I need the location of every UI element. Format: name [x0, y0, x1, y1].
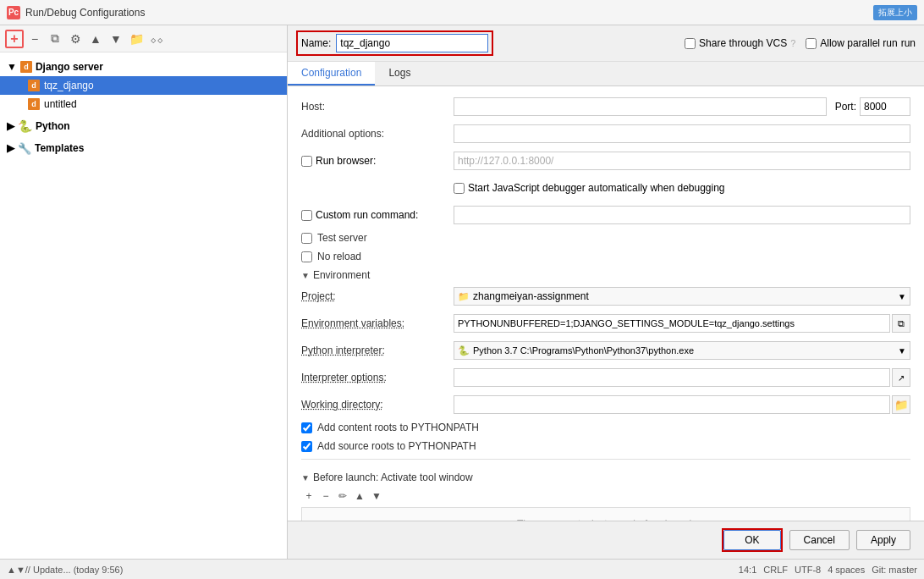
untitled-item[interactable]: d untitled: [0, 95, 287, 113]
host-row: Host: Port:: [301, 96, 910, 117]
python-interpreter-value: Python 3.7 C:\Programs\Python\Python37\p…: [473, 345, 694, 356]
allow-parallel-checkbox[interactable]: [806, 38, 817, 49]
host-input[interactable]: [454, 97, 827, 116]
add-config-button[interactable]: +: [5, 30, 24, 48]
python-header[interactable]: ▶ 🐍 Python: [0, 117, 287, 135]
app-icon: Pc: [7, 6, 20, 19]
chevron-right-icon: ▶: [7, 120, 14, 132]
python-interpreter-row: Python interpreter: 🐍 Python 3.7 C:\Prog…: [301, 340, 910, 361]
host-label: Host:: [301, 101, 454, 113]
js-debugger-checkbox[interactable]: [454, 183, 465, 194]
copy-config-button[interactable]: ⧉: [46, 30, 64, 48]
additional-options-row: Additional options:: [301, 124, 910, 144]
no-reload-row: No reload: [301, 251, 910, 262]
no-reload-checkbox[interactable]: [301, 251, 312, 262]
add-source-roots-label: Add source roots to PYTHONPATH: [317, 440, 476, 452]
django-server-group: ▼ d Django server d tqz_django d: [0, 56, 287, 115]
expand-button[interactable]: ↗: [892, 368, 910, 387]
before-launch-collapse-icon[interactable]: ▼: [301, 473, 310, 482]
tqz-django-item[interactable]: d tqz_django: [0, 76, 287, 95]
share-vcs-label[interactable]: Share through VCS ?: [685, 37, 795, 49]
name-label: Name:: [301, 37, 331, 49]
python-interpreter-icon: 🐍: [458, 345, 470, 356]
custom-run-command-input[interactable]: [454, 206, 910, 224]
add-source-roots-row: Add source roots to PYTHONPATH: [301, 440, 910, 452]
line-ending: CRLF: [763, 565, 788, 575]
project-select[interactable]: 📁 zhangmeiyan-assignment ▼: [454, 287, 910, 306]
indent-info: 4 spaces: [828, 565, 865, 575]
before-launch-area: There are no tasks to run before launch: [301, 507, 910, 521]
additional-options-label: Additional options:: [301, 128, 454, 140]
allow-parallel-text: Allow parallel run: [820, 37, 897, 49]
sort-button[interactable]: ⬦⬦: [147, 30, 166, 48]
no-reload-label: No reload: [317, 251, 361, 262]
working-directory-row: Working directory: 📁: [301, 394, 910, 415]
before-launch-up-button[interactable]: ▲: [352, 488, 367, 504]
tab-logs[interactable]: Logs: [375, 62, 424, 85]
add-source-roots-checkbox[interactable]: [301, 441, 312, 452]
add-content-roots-label: Add content roots to PYTHONPATH: [317, 422, 479, 433]
title-bar: Pc Run/Debug Configurations 拓展上小: [0, 0, 924, 25]
before-launch-toolbar: + − ✏ ▲ ▼: [301, 488, 910, 504]
project-dropdown-icon: ▼: [898, 292, 906, 301]
environment-label: Environment: [313, 269, 370, 281]
additional-options-input[interactable]: [454, 124, 910, 143]
django-server-header[interactable]: ▼ d Django server: [0, 58, 287, 76]
config-tabs: Configuration Logs: [288, 62, 924, 86]
left-toolbar: + − ⧉ ⚙ ▲ ▼ 📁 ⬦⬦: [0, 25, 287, 52]
django-group-icon: d: [20, 61, 32, 73]
project-label: Project:: [301, 290, 454, 302]
allow-parallel-label[interactable]: Allow parallel run run: [806, 37, 916, 49]
python-interpreter-select[interactable]: 🐍 Python 3.7 C:\Programs\Python\Python37…: [454, 341, 910, 360]
move-down-button[interactable]: ▼: [107, 30, 125, 48]
env-copy-button[interactable]: ⧉: [892, 314, 910, 333]
name-input[interactable]: [336, 34, 488, 52]
project-value: zhangmeiyan-assignment: [473, 290, 589, 302]
browser-url-input[interactable]: [454, 152, 910, 170]
working-directory-label: Working directory:: [301, 399, 454, 411]
share-vcs-checkbox[interactable]: [685, 38, 696, 49]
python-group: ▶ 🐍 Python: [0, 115, 287, 137]
working-directory-folder-button[interactable]: 📁: [892, 395, 910, 414]
project-row: Project: 📁 zhangmeiyan-assignment ▼: [301, 286, 910, 306]
env-vars-display[interactable]: PYTHONUNBUFFERED=1;DJANGO_SETTINGS_MODUL…: [454, 314, 890, 333]
port-input[interactable]: [860, 97, 910, 116]
before-launch-remove-button[interactable]: −: [318, 488, 333, 504]
custom-run-command-checkbox[interactable]: [301, 210, 312, 221]
run-browser-checkbox[interactable]: [301, 156, 312, 167]
before-launch-add-button[interactable]: +: [301, 488, 316, 504]
before-launch-label: Before launch: Activate tool window: [313, 471, 473, 483]
project-folder-icon: 📁: [458, 291, 470, 302]
before-launch-header: ▼ Before launch: Activate tool window: [301, 471, 910, 483]
add-content-roots-checkbox[interactable]: [301, 422, 312, 433]
js-debugger-row: Start JavaScript debugger automatically …: [454, 178, 910, 198]
apply-button[interactable]: Apply: [856, 530, 910, 550]
before-launch-down-button[interactable]: ▼: [369, 488, 384, 504]
test-server-checkbox[interactable]: [301, 233, 312, 244]
cancel-button[interactable]: Cancel: [789, 530, 850, 550]
settings-button[interactable]: ⚙: [66, 30, 85, 48]
untitled-label: untitled: [44, 98, 77, 110]
templates-chevron-icon: ▶: [7, 142, 14, 154]
folder-button[interactable]: 📁: [127, 30, 146, 48]
main-container: + − ⧉ ⚙ ▲ ▼ 📁 ⬦⬦ ▼ d Django server: [0, 25, 924, 559]
ok-button[interactable]: OK: [723, 530, 780, 550]
collapse-icon[interactable]: ▼: [301, 271, 310, 280]
before-launch-edit-button[interactable]: ✏: [335, 488, 350, 504]
interpreter-dropdown-icon: ▼: [898, 346, 906, 356]
python-interpreter-label: Python interpreter:: [301, 345, 454, 356]
env-vars-value: PYTHONUNBUFFERED=1;DJANGO_SETTINGS_MODUL…: [458, 318, 795, 328]
interpreter-options-input[interactable]: [454, 368, 890, 387]
working-directory-input[interactable]: [454, 395, 890, 414]
cursor-position: 14:1: [739, 565, 756, 575]
templates-header[interactable]: ▶ 🔧 Templates: [0, 139, 287, 157]
move-up-button[interactable]: ▲: [86, 30, 105, 48]
tqz-django-icon: d: [27, 79, 41, 92]
add-content-roots-row: Add content roots to PYTHONPATH: [301, 422, 910, 433]
config-form: Host: Port: Additional options: Run brow…: [288, 86, 924, 521]
js-debugger-label: Start JavaScript debugger automatically …: [468, 182, 725, 194]
tab-configuration[interactable]: Configuration: [288, 62, 375, 85]
custom-run-command-label: Custom run command:: [316, 209, 418, 221]
share-vcs-text: Share through VCS: [699, 37, 787, 49]
remove-config-button[interactable]: −: [25, 30, 44, 48]
